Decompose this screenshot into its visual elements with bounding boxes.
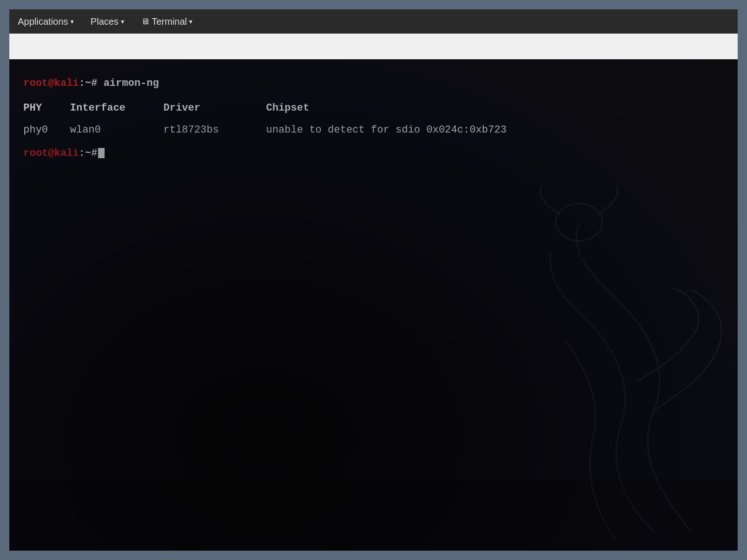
- row-interface: wlan0: [70, 122, 163, 138]
- command-line-2: root@kali:~#: [23, 145, 724, 161]
- title-bar: [9, 34, 738, 59]
- places-menu[interactable]: Places ▾: [87, 14, 128, 29]
- header-driver: Driver: [163, 100, 266, 116]
- terminal-icon: 🖥: [141, 17, 149, 27]
- table-header: PHY Interface Driver Chipset: [23, 100, 724, 116]
- command-line-1: root@kali:~# airmon-ng: [23, 75, 724, 91]
- command-1: airmon-ng: [97, 77, 159, 89]
- places-arrow: ▾: [121, 18, 124, 25]
- prompt-user-2: root@kali: [23, 147, 79, 159]
- row-driver: rtl8723bs: [163, 122, 266, 138]
- terminal-menu[interactable]: 🖥 Terminal ▾: [137, 14, 197, 29]
- header-phy: PHY: [23, 100, 70, 116]
- terminal-arrow: ▾: [189, 18, 192, 25]
- cursor: [98, 148, 105, 158]
- prompt-suffix-2: :~#: [79, 147, 98, 159]
- row-chipset: unable to detect for sdio 0x024c:0xb723: [266, 122, 593, 138]
- places-label: Places: [91, 16, 119, 27]
- header-interface: Interface: [70, 100, 163, 116]
- terminal-area[interactable]: root@kali:~# airmon-ng PHY Interface Dri…: [9, 59, 738, 479]
- prompt-user-1: root@kali: [23, 77, 79, 89]
- header-chipset: Chipset: [266, 100, 593, 116]
- row-phy: phy0: [23, 122, 70, 138]
- applications-label: Applications: [18, 16, 68, 27]
- screen: Applications ▾ Places ▾ 🖥 Terminal ▾ roo…: [9, 9, 738, 551]
- applications-menu[interactable]: Applications ▾: [14, 14, 78, 29]
- terminal-label: Terminal: [152, 16, 187, 27]
- applications-arrow: ▾: [70, 18, 74, 25]
- menubar: Applications ▾ Places ▾ 🖥 Terminal ▾: [9, 9, 738, 34]
- prompt-suffix-1: :~#: [79, 77, 98, 89]
- table-row: phy0 wlan0 rtl8723bs unable to detect fo…: [23, 122, 724, 138]
